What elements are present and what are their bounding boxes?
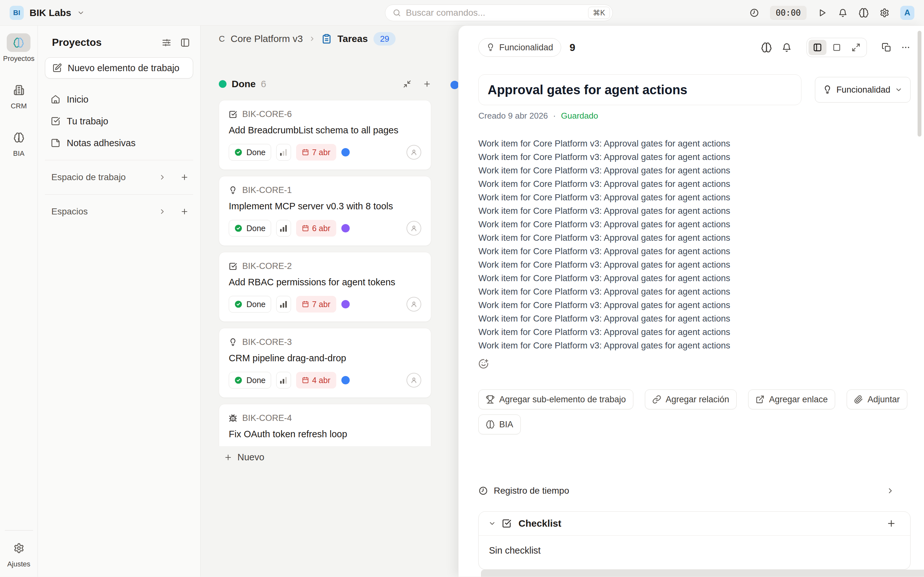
- work-item-card[interactable]: BIK-CORE-3 CRM pipeline drag-and-drop Do…: [219, 328, 431, 398]
- chevron-down-icon[interactable]: [77, 9, 85, 17]
- horizontal-scrollbar[interactable]: [481, 570, 924, 577]
- type-chip[interactable]: Funcionalidad: [478, 38, 561, 57]
- modal-view-button[interactable]: [828, 40, 846, 55]
- clock-icon: [478, 486, 488, 496]
- chevron-right-icon: [886, 487, 895, 495]
- chevron-down-icon[interactable]: [488, 520, 496, 527]
- user-avatar[interactable]: A: [900, 6, 914, 20]
- title-input[interactable]: Approval gates for agent actions: [478, 74, 801, 105]
- sidebar-item-notas-adhesivas[interactable]: Notas adhesivas: [45, 134, 193, 152]
- add-reaction-button[interactable]: [478, 359, 491, 369]
- gear-icon[interactable]: [880, 8, 889, 18]
- bia-module-button[interactable]: BIA: [478, 414, 521, 434]
- collapse-icon[interactable]: [403, 80, 411, 88]
- new-work-item-button[interactable]: Nuevo elemento de trabajo: [45, 57, 193, 79]
- rail-item-bia[interactable]: BIA: [7, 128, 31, 158]
- add-link-button[interactable]: Agregar enlace: [748, 390, 835, 409]
- assignee-avatar[interactable]: [407, 373, 421, 388]
- checklist-title: Checklist: [519, 518, 881, 529]
- due-date-label: 7 abr: [312, 300, 330, 309]
- breadcrumb-project[interactable]: Core Platform v3: [231, 33, 303, 44]
- plus-icon[interactable]: [887, 519, 896, 528]
- status-chip[interactable]: Done: [229, 220, 271, 237]
- sidebar-item-tu-trabajo[interactable]: Tu trabajo: [45, 113, 193, 130]
- rail-item-ajustes[interactable]: Ajustes: [7, 539, 31, 577]
- copy-link-icon[interactable]: [882, 43, 891, 52]
- priority-chip[interactable]: [276, 372, 291, 388]
- module-dot[interactable]: [341, 376, 350, 384]
- description-line: Work item for Core Platform v3: Approval…: [478, 137, 911, 150]
- plus-icon[interactable]: [180, 173, 189, 181]
- priority-chip[interactable]: [276, 220, 291, 237]
- brain-icon[interactable]: [859, 8, 869, 18]
- module-dot[interactable]: [341, 148, 350, 156]
- module-dot[interactable]: [341, 300, 350, 308]
- due-date-chip[interactable]: 7 abr: [296, 296, 336, 313]
- sidebar-item-label: Notas adhesivas: [67, 138, 136, 148]
- work-item-card[interactable]: BIK-CORE-1 Implement MCP server v0.3 wit…: [219, 176, 431, 246]
- filters-icon[interactable]: [162, 38, 171, 47]
- new-work-item-label: Nuevo elemento de trabajo: [68, 63, 179, 73]
- search-input[interactable]: [406, 8, 583, 18]
- building-icon: [13, 85, 24, 95]
- description-lines[interactable]: Work item for Core Platform v3: Approval…: [478, 137, 911, 352]
- rail-item-crm[interactable]: CRM: [7, 81, 31, 110]
- work-item-card[interactable]: BIK-CORE-6 Add BreadcrumbList schema to …: [219, 100, 431, 170]
- work-item-card[interactable]: BIK-CORE-4 Fix OAuth token refresh loop …: [219, 404, 431, 446]
- add-relation-button[interactable]: Agregar relación: [645, 390, 737, 409]
- rail-item-proyectos[interactable]: Proyectos: [3, 33, 35, 63]
- bell-icon[interactable]: [838, 8, 848, 18]
- workspace-name[interactable]: BIK Labs: [29, 7, 71, 18]
- status-chip[interactable]: Done: [229, 296, 271, 313]
- plus-icon[interactable]: [423, 80, 431, 88]
- due-date-chip[interactable]: 6 abr: [296, 220, 336, 237]
- assignee-avatar[interactable]: [407, 221, 421, 235]
- checklist-card: Checklist Sin checklist: [478, 511, 911, 570]
- breadcrumb-tab-tareas[interactable]: Tareas: [338, 33, 368, 44]
- description-line: Work item for Core Platform v3: Approval…: [478, 150, 911, 164]
- status-chip[interactable]: Done: [229, 144, 271, 161]
- panel-left-icon[interactable]: [180, 38, 190, 47]
- due-date-chip[interactable]: 4 abr: [296, 372, 336, 388]
- vertical-scrollbar[interactable]: [918, 31, 921, 137]
- priority-chip[interactable]: [276, 296, 291, 313]
- plus-icon[interactable]: [180, 207, 189, 216]
- add-sub-item-button[interactable]: Agregar sub-elemento de trabajo: [478, 390, 633, 409]
- description-line: Work item for Core Platform v3: Approval…: [478, 177, 911, 191]
- description-line: Work item for Core Platform v3: Approval…: [478, 285, 911, 298]
- play-icon[interactable]: [817, 8, 827, 18]
- description-line: Work item for Core Platform v3: Approval…: [478, 231, 911, 245]
- clock-icon[interactable]: [750, 8, 759, 18]
- lightbulb-icon: [486, 43, 495, 52]
- priority-chip[interactable]: [276, 144, 291, 161]
- chevron-right-icon[interactable]: [158, 208, 166, 215]
- attach-button[interactable]: Adjuntar: [846, 390, 907, 409]
- assignee-avatar[interactable]: [407, 297, 421, 311]
- module-dot[interactable]: [341, 224, 350, 232]
- work-item-card[interactable]: BIK-CORE-2 Add RBAC permissions for agen…: [219, 252, 431, 322]
- work-item-sequence: 9: [569, 42, 575, 53]
- check-circle-icon: [234, 148, 242, 156]
- assignee-avatar[interactable]: [407, 145, 421, 160]
- chevron-right-icon[interactable]: [158, 173, 166, 181]
- time-log-row[interactable]: Registro de tiempo: [478, 486, 911, 496]
- more-options-icon[interactable]: [901, 43, 911, 52]
- command-search[interactable]: ⌘K: [385, 5, 613, 21]
- check-square-icon: [229, 262, 237, 271]
- brain-icon[interactable]: [761, 42, 772, 53]
- due-date-chip[interactable]: 7 abr: [296, 144, 336, 161]
- full-screen-button[interactable]: [847, 40, 865, 55]
- section-label: Espacios: [51, 206, 158, 217]
- brain-icon: [486, 420, 495, 429]
- type-dropdown[interactable]: Funcionalidad: [815, 77, 911, 103]
- add-card-button[interactable]: Nuevo: [219, 452, 431, 463]
- status-chip[interactable]: Done: [229, 372, 271, 388]
- workspace-logo[interactable]: BI: [10, 6, 24, 20]
- work-item-id: BIK-CORE-3: [242, 337, 292, 347]
- sidebar-section-espacios[interactable]: Espacios: [45, 203, 193, 220]
- bell-icon[interactable]: [782, 42, 792, 53]
- sidebar-section-espacio-de-trabajo[interactable]: Espacio de trabajo: [45, 169, 193, 186]
- sidebar-item-inicio[interactable]: Inicio: [45, 91, 193, 108]
- smile-plus-icon: [478, 359, 489, 369]
- side-peek-button[interactable]: [809, 40, 827, 55]
